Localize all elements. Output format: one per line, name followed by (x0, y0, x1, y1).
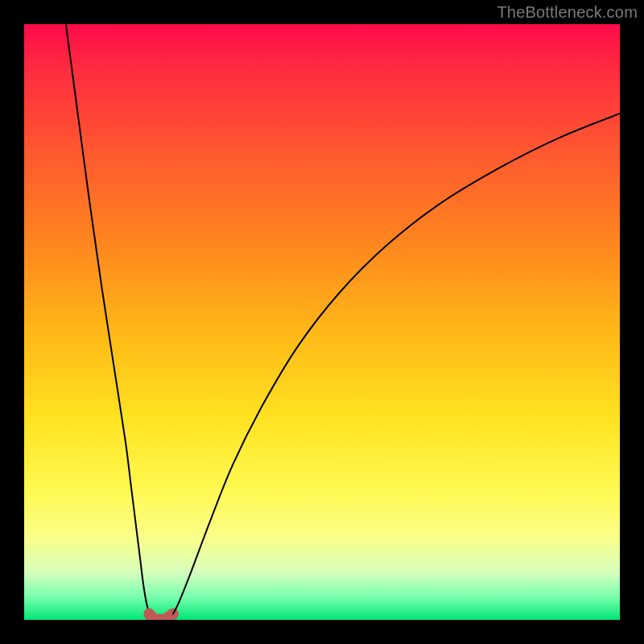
gradient-plot-area (24, 24, 620, 620)
curve-dip-highlight (149, 614, 173, 620)
bottleneck-curve (24, 24, 620, 620)
curve-left-branch (66, 24, 150, 614)
watermark-text: TheBottleneck.com (497, 3, 638, 22)
curve-right-branch (173, 114, 620, 614)
chart-frame: TheBottleneck.com (0, 0, 644, 644)
